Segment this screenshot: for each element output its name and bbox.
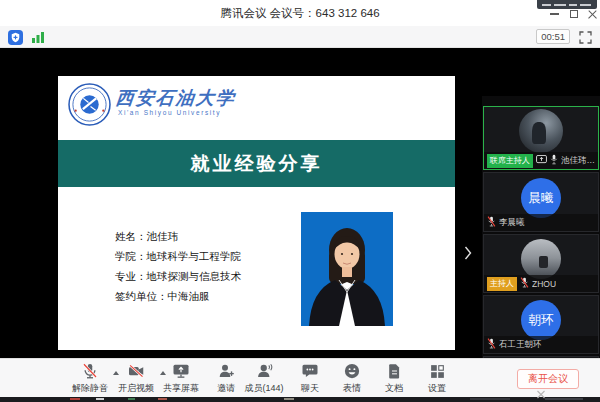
screen-share-icon	[536, 155, 547, 166]
host-badge: 主持人	[487, 277, 517, 291]
meeting-timer: 00:51	[536, 29, 570, 44]
info-employer: 签约单位：中海油服	[115, 286, 241, 306]
settings-button[interactable]: 设置	[406, 362, 468, 395]
grid-settings-icon	[406, 362, 468, 380]
avatar: 朝环	[521, 300, 561, 340]
control-toolbar: 解除静音 开启视频 共享屏幕 邀请 成员(144) 聊天 表情	[0, 358, 600, 397]
close-icon[interactable]	[586, 8, 598, 20]
leave-meeting-button[interactable]: 离开会议	[517, 369, 579, 389]
mic-muted-icon	[487, 338, 496, 351]
meeting-title: 腾讯会议 会议号：643 312 646	[0, 0, 600, 26]
clipped-tooltip	[537, 0, 597, 9]
participant-name: ZHOU	[532, 279, 556, 289]
tile-namebar: 联席主持人 池佳玮的...	[484, 152, 598, 169]
id-photo	[301, 212, 393, 326]
info-major: 专业：地球探测与信息技术	[115, 266, 241, 286]
slide-title-band: 就业经验分享	[58, 140, 455, 187]
video-sidebar: 联席主持人 池佳玮的... 晨曦 李晨曦 主持人	[482, 96, 600, 402]
participant-name: 李晨曦	[499, 217, 525, 229]
video-tile-lichenxi[interactable]: 晨曦 李晨曦	[483, 172, 599, 232]
titlebar: 腾讯会议 会议号：643 312 646	[0, 0, 600, 26]
security-shield-icon[interactable]	[8, 30, 23, 49]
info-name: 姓名：池佳玮	[115, 226, 241, 246]
maximize-icon[interactable]	[568, 8, 580, 20]
university-name-en: Xi'an Shiyou University	[118, 109, 221, 116]
slide-title: 就业经验分享	[191, 151, 323, 177]
minimize-icon[interactable]	[548, 8, 560, 20]
profile-info: 姓名：池佳玮 学院：地球科学与工程学院 专业：地球探测与信息技术 签约单位：中海…	[115, 226, 241, 306]
fullscreen-icon[interactable]	[579, 30, 592, 48]
background-window-strip	[0, 397, 600, 402]
avatar	[521, 239, 561, 279]
tile-namebar: 李晨曦	[484, 214, 598, 231]
presentation-slide: 西安石油大学 Xi'an Shiyou University 就业经验分享 姓名…	[58, 76, 455, 350]
participant-name: 池佳玮的...	[561, 155, 595, 167]
collapse-sidebar-icon[interactable]	[464, 246, 472, 264]
video-tile-zhou[interactable]: 主持人 ZHOU	[483, 234, 599, 293]
tile-namebar: 主持人 ZHOU	[484, 275, 598, 292]
participant-name: 石工王朝环	[499, 339, 542, 351]
mic-on-icon	[550, 154, 558, 167]
tile-namebar: 石工王朝环	[484, 336, 598, 353]
video-tile-shigongwang[interactable]: 朝环 石工王朝环	[483, 295, 599, 354]
mic-muted-icon	[520, 277, 529, 290]
cohost-badge: 联席主持人	[487, 154, 533, 168]
university-emblem-icon	[68, 83, 111, 130]
mic-muted-icon	[487, 216, 496, 229]
tencent-meeting-window: 腾讯会议 会议号：643 312 646 00:51	[0, 0, 600, 402]
collapse-videos-icon[interactable]	[537, 385, 546, 402]
button-label: 设置	[406, 382, 468, 395]
university-name-cn: 西安石油大学	[115, 86, 238, 110]
shared-screen-area: 西安石油大学 Xi'an Shiyou University 就业经验分享 姓名…	[0, 48, 600, 397]
video-tile-chijiawei[interactable]: 联席主持人 池佳玮的...	[483, 106, 599, 170]
info-college: 学院：地球科学与工程学院	[115, 246, 241, 266]
avatar: 晨曦	[521, 178, 561, 218]
network-signal-icon	[31, 30, 45, 48]
avatar	[519, 109, 563, 153]
status-bar: 00:51	[0, 26, 600, 48]
